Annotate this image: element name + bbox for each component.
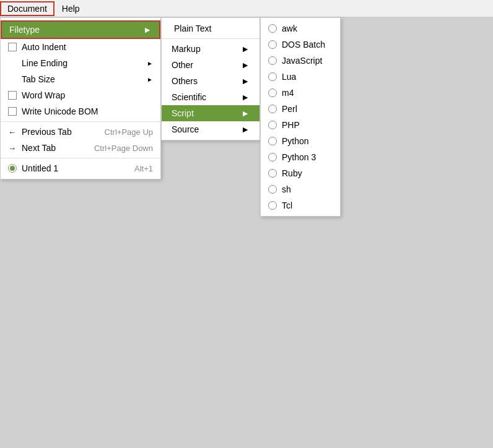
script-language-label: awk [282,24,297,33]
left-arrow-icon: ← [8,127,22,137]
markup-label: Markup [172,44,201,54]
plain-text-item[interactable]: Plain Text [162,20,260,37]
script-language-radio [268,121,277,129]
separator-1 [1,121,160,122]
untitled-radio [8,164,17,173]
other-arrow-icon: ► [241,60,250,70]
tab-size-arrow-icon: ► [147,76,153,83]
word-wrap-label: Word Wrap [22,90,153,100]
script-language-label: Python [282,136,309,146]
script-language-item[interactable]: Lua [261,69,340,85]
auto-indent-item[interactable]: Auto Indent [1,39,160,55]
markup-item[interactable]: Markup ► [162,41,260,57]
tab-size-item[interactable]: Tab Size ► [1,71,160,87]
other-label: Other [172,60,193,70]
script-language-item[interactable]: Python 3 [261,149,340,165]
markup-arrow-icon: ► [241,44,250,54]
menus-container: Filetype ► Auto Indent Line Ending ► Tab… [0,17,341,217]
document-dropdown: Filetype ► Auto Indent Line Ending ► Tab… [0,17,161,179]
line-ending-label: Line Ending [22,58,142,68]
word-wrap-checkbox[interactable] [8,91,17,100]
write-unicode-bom-label: Write Unicode BOM [22,106,153,116]
tab-size-label: Tab Size [22,74,142,84]
script-language-label: PHP [282,120,300,130]
script-language-radio [268,56,277,65]
script-language-label: Ruby [282,168,302,178]
script-language-radio [268,137,277,145]
script-language-label: sh [282,184,291,194]
line-ending-arrow-icon: ► [147,60,153,67]
script-language-radio [268,72,277,81]
plain-text-label: Plain Text [174,24,211,33]
next-tab-item[interactable]: → Next Tab Ctrl+Page Down [1,140,160,156]
untitled-item[interactable]: Untitled 1 Alt+1 [1,160,160,176]
previous-tab-label: Previous Tab [22,127,92,137]
script-language-item[interactable]: Ruby [261,165,340,181]
write-unicode-bom-checkbox[interactable] [8,107,17,116]
scientific-item[interactable]: Scientific ► [162,89,260,105]
scientific-arrow-icon: ► [241,92,250,102]
script-label: Script [172,108,194,118]
document-menu-trigger[interactable]: Document [0,1,55,16]
untitled-label: Untitled 1 [22,163,122,173]
next-tab-label: Next Tab [22,143,82,153]
next-tab-shortcut: Ctrl+Page Down [94,144,153,153]
script-language-radio [268,105,277,113]
script-item[interactable]: Script ► [162,105,260,121]
source-item[interactable]: Source ► [162,121,260,137]
previous-tab-item[interactable]: ← Previous Tab Ctrl+Page Up [1,124,160,140]
auto-indent-checkbox[interactable] [8,43,17,51]
right-arrow-icon: → [8,144,22,153]
script-dropdown: awkDOS BatchJavaScriptLuam4PerlPHPPython… [260,17,341,217]
others-arrow-icon: ► [241,76,250,86]
help-menu-trigger[interactable]: Help [55,1,87,16]
source-label: Source [172,124,199,134]
script-language-label: DOS Batch [282,40,325,50]
script-language-item[interactable]: Perl [261,101,340,117]
help-label: Help [62,4,80,14]
document-label: Document [7,4,47,14]
menubar: Document Help [0,0,493,17]
script-language-radio [268,169,277,178]
other-item[interactable]: Other ► [162,57,260,73]
script-language-radio [268,185,277,194]
filetype-separator-1 [162,38,260,39]
script-language-radio [268,201,277,210]
script-language-item[interactable]: Python [261,133,340,149]
others-item[interactable]: Others ► [162,73,260,89]
separator-2 [1,158,160,158]
script-language-item[interactable]: JavaScript [261,53,340,69]
untitled-shortcut: Alt+1 [134,164,153,173]
script-language-radio [268,24,277,33]
script-language-label: Python 3 [282,152,316,162]
script-language-label: Lua [282,72,296,82]
filetype-menu-item[interactable]: Filetype ► [1,20,160,39]
script-language-radio [268,153,277,162]
previous-tab-shortcut: Ctrl+Page Up [105,127,153,137]
auto-indent-label: Auto Indent [22,42,153,52]
script-language-item[interactable]: awk [261,20,340,37]
write-unicode-bom-item[interactable]: Write Unicode BOM [1,103,160,119]
script-language-label: Tcl [282,200,292,210]
script-language-radio [268,88,277,97]
filetype-label: Filetype [9,25,40,35]
filetype-dropdown: Plain Text Markup ► Other ► Others ► Sci… [161,17,260,140]
scientific-label: Scientific [172,92,206,102]
line-ending-item[interactable]: Line Ending ► [1,55,160,71]
script-language-item[interactable]: Tcl [261,197,340,213]
source-arrow-icon: ► [241,124,250,134]
script-language-label: JavaScript [282,56,322,66]
script-language-item[interactable]: DOS Batch [261,37,340,53]
script-language-item[interactable]: m4 [261,85,340,101]
script-language-item[interactable]: sh [261,181,340,197]
word-wrap-item[interactable]: Word Wrap [1,87,160,103]
script-arrow-icon: ► [241,108,250,118]
script-language-item[interactable]: PHP [261,117,340,133]
others-label: Others [172,76,198,86]
script-language-label: Perl [282,104,297,114]
filetype-arrow-icon: ► [143,25,152,35]
script-language-radio [268,40,277,49]
script-language-label: m4 [282,88,294,98]
